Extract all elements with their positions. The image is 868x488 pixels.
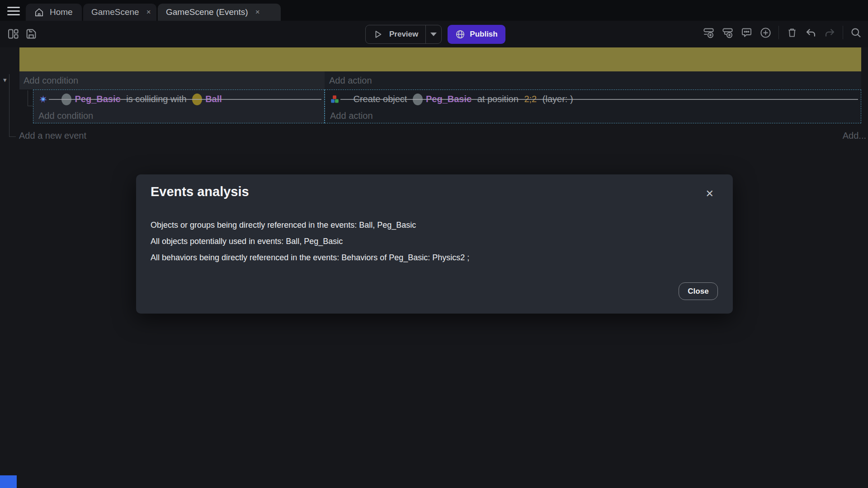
action-row[interactable]: Create object Peg_Basic at position 2;2 …	[325, 90, 861, 108]
add-condition-row[interactable]: Add condition	[33, 108, 324, 123]
subevent-tree-line	[28, 90, 28, 106]
condition-text: is colliding with	[124, 94, 189, 104]
event-add-action-cell[interactable]: Add action	[325, 71, 861, 89]
event-tree-line	[9, 74, 9, 136]
search-icon[interactable]	[850, 27, 862, 39]
add-more-link[interactable]: Add...	[843, 131, 866, 141]
trash-icon[interactable]	[786, 27, 798, 39]
tab-label: GameScene	[91, 7, 139, 17]
action-text: (layer: )	[540, 94, 573, 104]
tab-bar: Home GameScene × GameScene (Events) ×	[0, 0, 868, 21]
add-new-event-link[interactable]: Add a new event	[19, 131, 86, 141]
event-actions-cell[interactable]: Create object Peg_Basic at position 2;2 …	[325, 89, 861, 123]
analysis-line: All behaviors being directly referenced …	[151, 249, 469, 266]
bottom-left-badge	[0, 475, 17, 488]
event-collapse-caret-icon[interactable]: ▾	[3, 76, 7, 84]
home-icon	[34, 7, 44, 18]
tab-label: GameScene (Events)	[166, 7, 248, 17]
dialog-title: Events analysis	[151, 184, 249, 199]
panels-icon[interactable]	[6, 27, 20, 41]
events-toolbar: Preview Publish	[0, 21, 868, 47]
hamburger-menu-icon[interactable]	[5, 4, 23, 18]
close-button[interactable]: Close	[679, 282, 718, 300]
action-text: Create object	[353, 94, 410, 104]
close-tab-icon[interactable]: ×	[254, 7, 262, 18]
add-action-row[interactable]: Add action	[325, 108, 861, 123]
chevron-down-icon[interactable]	[426, 32, 441, 37]
add-circle-icon[interactable]	[760, 27, 772, 39]
save-icon[interactable]	[24, 27, 38, 41]
event-add-condition-cell[interactable]: Add condition	[19, 71, 325, 89]
add-event-icon[interactable]	[703, 27, 715, 39]
toolbar-divider	[778, 26, 779, 39]
peg-basic-object-icon	[413, 94, 423, 105]
event-conditions-cell[interactable]: Peg_Basic is colliding with Ball Add con…	[33, 89, 325, 123]
action-position-value: 2;2	[524, 94, 537, 104]
close-icon[interactable]: ✕	[704, 186, 716, 202]
close-button-label: Close	[688, 287, 708, 296]
subevent-tree-line	[28, 106, 33, 106]
condition-object-name: Ball	[205, 94, 222, 104]
dialog-body: Objects or groups being directly referen…	[151, 217, 469, 266]
gdevelop-editor: Home GameScene × GameScene (Events) ×	[0, 0, 868, 488]
event-tree-line	[9, 136, 16, 137]
analysis-line: Objects or groups being directly referen…	[151, 217, 469, 233]
events-analysis-dialog: Events analysis ✕ Objects or groups bein…	[136, 174, 733, 314]
peg-basic-object-icon	[61, 94, 71, 105]
preview-button[interactable]: Preview	[365, 25, 442, 44]
ball-object-icon	[192, 94, 202, 105]
add-subevent-icon[interactable]	[722, 27, 734, 39]
close-tab-icon[interactable]: ×	[145, 7, 153, 18]
play-icon	[373, 29, 383, 39]
toolbar-divider	[843, 26, 843, 39]
globe-icon	[455, 29, 465, 39]
tab-home[interactable]: Home	[26, 4, 82, 21]
publish-label: Publish	[470, 30, 497, 39]
tab-label: Home	[50, 7, 73, 17]
condition-row[interactable]: Peg_Basic is colliding with Ball	[33, 90, 324, 108]
action-text: at position	[475, 94, 521, 104]
condition-object-name: Peg_Basic	[75, 94, 120, 104]
action-object-name: Peg_Basic	[426, 94, 472, 104]
add-comment-icon[interactable]	[741, 27, 753, 39]
tab-gamescene-events[interactable]: GameScene (Events) ×	[158, 4, 281, 21]
preview-label: Preview	[389, 30, 418, 39]
collision-condition-icon	[38, 74, 58, 125]
highlighted-event-row[interactable]	[19, 47, 861, 71]
redo-icon[interactable]	[824, 27, 836, 39]
publish-button[interactable]: Publish	[448, 25, 505, 44]
analysis-line: All objects potentially used in events: …	[151, 233, 469, 249]
create-object-action-icon	[330, 74, 350, 125]
tab-gamescene[interactable]: GameScene ×	[83, 4, 156, 21]
undo-icon[interactable]	[805, 27, 817, 39]
